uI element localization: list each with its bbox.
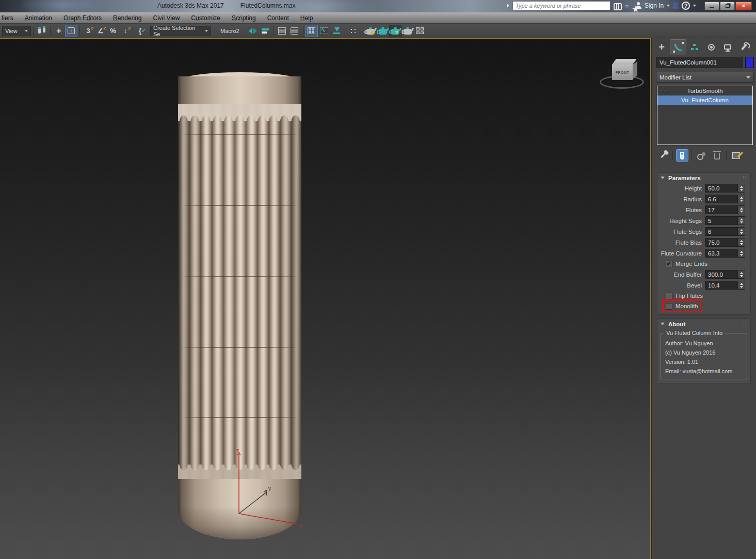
object-name-field[interactable] [656,57,743,68]
rollout-scroll-handle[interactable]: ...... [652,165,756,170]
select-object-button[interactable]: ↑ [65,25,77,37]
menu-modifiers-partial[interactable]: fiers [0,14,19,22]
angle-snap-icon: ∠ [98,27,104,35]
flip-flutes-checkbox[interactable]: Flip Flutes [657,291,750,301]
perspective-viewport[interactable]: FRONT z x y [0,38,651,559]
menu-content[interactable]: Content [262,14,295,22]
monolith-checkbox[interactable]: Monolith [657,301,750,311]
height-segs-input[interactable]: 5 [705,216,745,225]
rendered-frame-window-button[interactable] [377,25,389,37]
checkbox-icon[interactable] [666,303,672,310]
make-unique-button[interactable] [695,149,707,162]
select-and-place-button[interactable] [36,25,48,37]
flute-segs-spinner[interactable] [737,228,745,235]
configure-modifier-sets-button[interactable] [730,149,742,162]
menu-civil-view[interactable]: Civil View [148,14,186,22]
remove-modifier-button[interactable] [711,149,723,162]
search-go-icon[interactable] [507,4,509,8]
align-button[interactable] [259,25,271,37]
toggle-scene-explorer-button[interactable] [305,25,318,37]
sign-in-dropdown-icon[interactable] [667,5,670,7]
edit-named-selection-sets-button[interactable]: {✓ [136,25,149,37]
percent-snap-button[interactable]: % [107,25,119,37]
height-input[interactable]: 50.0 [705,184,745,193]
menu-help[interactable]: Help [295,14,319,22]
flute-bias-input[interactable]: 75.0 [705,238,745,247]
curve-editor-button[interactable] [318,25,330,37]
manage-layers-button[interactable] [276,25,288,37]
sign-in-button[interactable]: Sign In [645,2,664,9]
exchange-apps-icon[interactable]: X [673,2,679,10]
select-and-move-button[interactable]: + [53,25,65,37]
menu-scripting[interactable]: Scripting [226,14,262,22]
viewcube-right-face[interactable] [633,61,637,79]
modifier-enable-bulb-icon[interactable] [662,89,669,93]
angle-snap-button[interactable]: ∠2 [94,25,107,37]
named-selection-sets-dropdown[interactable]: Create Selection Se [150,26,211,36]
about-rollout-header[interactable]: About [657,319,750,329]
flute-bias-spinner[interactable] [737,238,745,246]
restore-button[interactable] [720,2,735,10]
menu-customize[interactable]: Customize [185,14,226,22]
snaps-toggle-button[interactable]: 32 [82,25,94,37]
menu-graph-editors[interactable]: Graph Editors [58,14,107,22]
render-iterative-button[interactable] [401,25,414,37]
radius-input[interactable]: 6.6 [705,195,745,203]
close-button[interactable]: × [735,2,752,10]
toolbar-separator [79,26,80,36]
spinner-snap-button[interactable]: ↕2 [119,25,132,37]
tab-display[interactable] [719,39,736,55]
menu-rendering[interactable]: Rendering [107,14,147,22]
utilities-wrench-icon [741,43,747,50]
axis-x-label: x [299,523,302,529]
tab-create[interactable]: + [653,39,670,55]
viewcube-front-face[interactable]: FRONT [612,65,633,80]
end-buffer-input[interactable]: 300.0 [705,270,745,279]
tab-motion[interactable] [703,39,719,55]
tab-hierarchy[interactable] [686,39,703,55]
help-icon[interactable]: ? [682,2,690,10]
end-buffer-spinner[interactable] [737,270,745,278]
search-binoculars-icon[interactable] [614,3,622,9]
flute-segs-input[interactable]: 6 [705,227,745,236]
mirror-button[interactable] [247,25,259,37]
render-production-button[interactable] [389,25,401,37]
merge-ends-checkbox[interactable]: Merge Ends [657,259,750,269]
height-segs-spinner[interactable] [737,217,745,225]
search-input[interactable] [512,1,610,10]
stack-item-turbosmooth[interactable]: TurboSmooth [657,86,752,95]
pin-stack-button[interactable] [657,149,669,162]
checkbox-icon[interactable] [666,261,672,267]
view-dropdown[interactable]: View [2,26,31,36]
drag-handle-icon[interactable] [743,322,747,326]
bevel-input[interactable]: 10.4 [705,281,745,290]
flutes-input[interactable]: 17 [705,205,745,214]
minimize-button[interactable] [704,2,719,10]
show-end-result-button[interactable] [676,149,688,162]
stack-item-vu-flutedcolumn[interactable]: Vu_FlutedColumn [657,95,752,105]
tab-modify[interactable] [670,39,686,55]
user-icon[interactable] [635,2,641,9]
parameters-rollout-header[interactable]: Parameters [657,173,750,183]
checkbox-icon[interactable] [666,293,672,299]
drag-handle-icon[interactable] [743,176,747,180]
flute-curvature-input[interactable]: 63.3 [705,249,745,258]
height-spinner[interactable] [737,184,745,192]
state-sets-button[interactable] [414,25,426,37]
particle-view-button[interactable] [347,25,360,37]
tab-utilities[interactable] [736,39,752,55]
scene-explorer-button[interactable] [288,25,301,37]
viewcube[interactable]: FRONT [599,55,646,92]
object-color-swatch[interactable] [745,57,754,68]
modifier-list-dropdown[interactable]: Modifier List [656,72,754,83]
help-dropdown-icon[interactable] [693,5,696,7]
radius-spinner[interactable] [737,195,745,203]
menu-animation[interactable]: Animation [19,14,58,22]
viewcube-top-face[interactable] [612,59,637,65]
flutes-spinner[interactable] [737,206,745,214]
bevel-spinner[interactable] [737,281,745,289]
dope-sheet-button[interactable] [330,25,343,37]
flute-curvature-spinner[interactable] [737,249,745,257]
communication-center-icon[interactable]: ⌔ [625,1,629,10]
render-setup-button[interactable] [364,25,377,37]
